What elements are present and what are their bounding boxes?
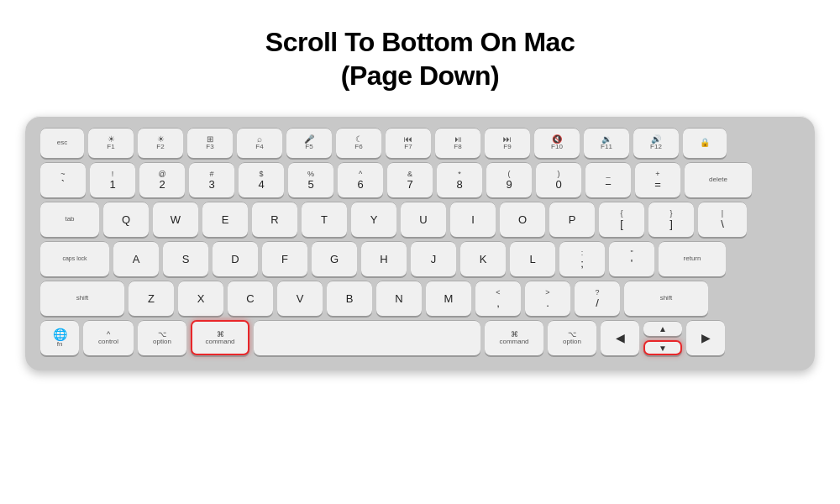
function-row: esc ☀F1 ☀F2 ⊞F3 ⌕F4 🎤F5 ☾F6 ⏮F7 ⏯F8 ⏭F9 …	[40, 128, 800, 158]
keyboard: esc ☀F1 ☀F2 ⊞F3 ⌕F4 🎤F5 ☾F6 ⏮F7 ⏯F8 ⏭F9 …	[25, 116, 815, 370]
key-8: *8	[437, 162, 482, 197]
key-e: E	[202, 202, 248, 237]
key-shift-right: shift	[624, 281, 708, 316]
key-b: B	[327, 281, 372, 316]
key-arrow-left: ◀	[601, 320, 639, 355]
key-rbracket: }]	[648, 202, 694, 237]
key-lbracket: {[	[599, 202, 644, 237]
key-y: Y	[351, 202, 396, 237]
key-arrow-right: ▶	[686, 320, 725, 355]
key-f12: 🔊F12	[633, 128, 679, 158]
key-3: #3	[189, 162, 234, 197]
key-l: L	[510, 241, 555, 276]
key-w: W	[153, 202, 198, 237]
key-arrow-up: ▲	[643, 321, 682, 336]
key-semicolon: :;	[559, 241, 605, 276]
key-f8: ⏯F8	[435, 128, 480, 158]
key-f5: 🎤F5	[286, 128, 332, 158]
key-2: @2	[139, 162, 185, 197]
key-f6: ☾F6	[336, 128, 381, 158]
key-command-right: ⌘command	[485, 320, 543, 355]
key-g: G	[312, 241, 357, 276]
key-0: )0	[536, 162, 581, 197]
key-minus: _−	[585, 162, 631, 197]
key-comma: <,	[475, 281, 521, 316]
key-r: R	[252, 202, 297, 237]
key-a: A	[113, 241, 159, 276]
zxcv-row: shift Z X C V B N M <, >. ?/ shift	[40, 281, 800, 316]
key-f7: ⏮F7	[386, 128, 431, 158]
key-f10: 🔇F10	[534, 128, 580, 158]
key-capslock: caps lock	[40, 241, 109, 276]
key-7: &7	[387, 162, 433, 197]
key-6: ^6	[338, 162, 383, 197]
key-control: ^control	[83, 320, 134, 355]
key-equals: +=	[635, 162, 680, 197]
key-shift-left: shift	[40, 281, 124, 316]
key-1: !1	[90, 162, 135, 197]
key-p: P	[549, 202, 595, 237]
key-4: $4	[239, 162, 284, 197]
key-v: V	[277, 281, 323, 316]
asdf-row: caps lock A S D F G H J K L :; "' return	[40, 241, 800, 276]
key-f4: ⌕F4	[237, 128, 282, 158]
qwerty-row: tab Q W E R T Y U I O P {[ }] |\	[40, 202, 800, 237]
key-5: %5	[288, 162, 333, 197]
key-period: >.	[525, 281, 570, 316]
key-f11: 🔉F11	[584, 128, 629, 158]
key-space	[254, 320, 480, 355]
key-command-left: ⌘command	[191, 320, 249, 355]
key-z: Z	[129, 281, 174, 316]
key-backslash: |\	[698, 202, 747, 237]
key-m: M	[426, 281, 471, 316]
page-title: Scroll To Bottom On Mac (Page Down)	[265, 25, 575, 92]
key-f2: ☀F2	[138, 128, 183, 158]
key-i: I	[450, 202, 496, 237]
key-quote: "'	[609, 241, 654, 276]
key-option-left: ⌥option	[138, 320, 186, 355]
key-f3: ⊞F3	[187, 128, 233, 158]
key-tab: tab	[40, 202, 99, 237]
key-n: N	[376, 281, 422, 316]
key-j: J	[411, 241, 456, 276]
key-9: (9	[486, 162, 532, 197]
key-tilde: ~`	[40, 162, 86, 197]
key-o: O	[500, 202, 545, 237]
number-row: ~` !1 @2 #3 $4 %5 ^6 &7 *8 (9 )0 _− += d…	[40, 162, 800, 197]
key-h: H	[361, 241, 407, 276]
key-option-right: ⌥option	[548, 320, 596, 355]
key-u: U	[401, 202, 446, 237]
key-esc: esc	[40, 128, 84, 158]
key-t: T	[302, 202, 347, 237]
modifier-row: 🌐fn ^control ⌥option ⌘command ⌘command ⌥…	[40, 320, 800, 355]
key-arrow-down: ▼	[643, 340, 682, 355]
key-f: F	[262, 241, 307, 276]
key-touchid: 🔒	[683, 128, 727, 158]
key-k: K	[460, 241, 506, 276]
key-f1: ☀F1	[88, 128, 134, 158]
key-s: S	[163, 241, 208, 276]
key-x: X	[178, 281, 223, 316]
key-fn: 🌐fn	[40, 320, 79, 355]
key-return: return	[659, 241, 726, 276]
key-slash: ?/	[575, 281, 620, 316]
key-q: Q	[103, 202, 149, 237]
key-c: C	[228, 281, 273, 316]
key-delete: delete	[685, 162, 752, 197]
arrow-up-down-group: ▲ ▼	[643, 321, 682, 355]
key-d: D	[213, 241, 258, 276]
key-f9: ⏭F9	[485, 128, 530, 158]
